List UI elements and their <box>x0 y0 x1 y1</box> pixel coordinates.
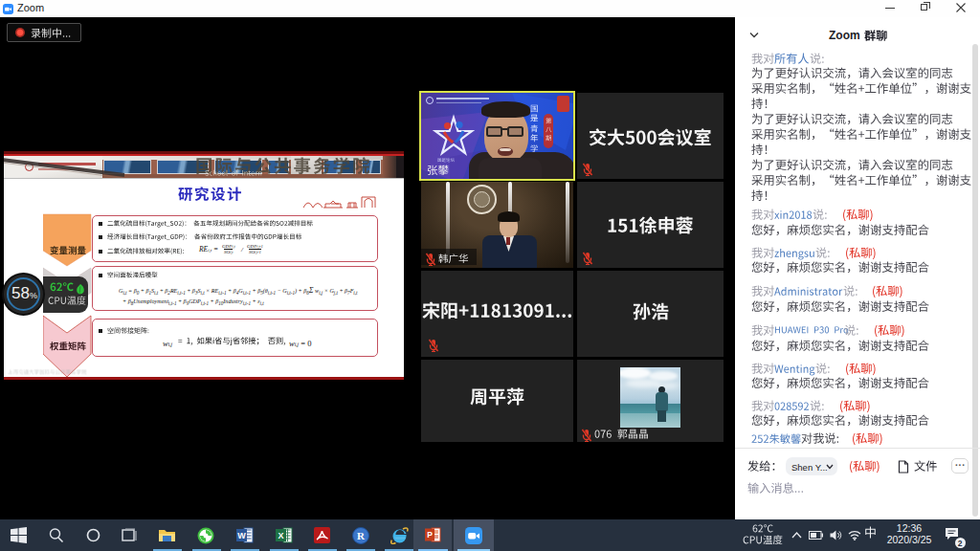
svg-text:W: W <box>237 531 246 540</box>
svg-text:R: R <box>357 530 366 541</box>
svg-text:X: X <box>278 531 283 540</box>
svg-text:P: P <box>427 530 433 540</box>
